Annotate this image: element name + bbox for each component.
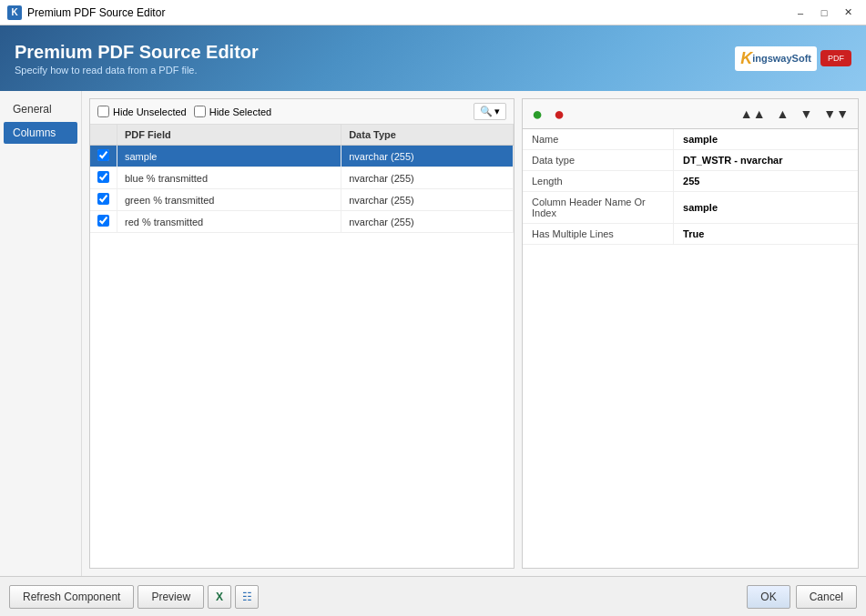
move-down-button[interactable]: ▼ — [796, 105, 816, 123]
row-checkbox[interactable] — [97, 149, 109, 161]
row-field: blue % transmitted — [117, 167, 341, 189]
row-data-type: nvarchar (255) — [341, 167, 514, 189]
excel-icon-button[interactable]: X — [208, 585, 231, 609]
refresh-component-button[interactable]: Refresh Component — [9, 585, 134, 609]
preview-button[interactable]: Preview — [138, 585, 204, 609]
search-button[interactable]: 🔍 ▾ — [474, 103, 506, 120]
move-top-button[interactable]: ▲▲ — [737, 105, 769, 123]
prop-row: Length 255 — [523, 171, 858, 192]
bottom-left: Refresh Component Preview X ☷ — [9, 585, 747, 609]
prop-label: Data type — [523, 150, 674, 171]
hide-unselected-label[interactable]: Hide Unselected — [97, 106, 187, 117]
prop-value: True — [674, 224, 858, 245]
table-toolbar: Hide Unselected Hide Selected 🔍 ▾ — [90, 99, 514, 125]
title-bar-text: Premium PDF Source Editor — [27, 6, 790, 19]
row-data-type: nvarchar (255) — [341, 211, 514, 233]
ok-button[interactable]: OK — [747, 585, 790, 609]
header: Premium PDF Source Editor Specify how to… — [0, 25, 866, 91]
grid-icon-button[interactable]: ☷ — [235, 585, 259, 609]
search-dropdown-icon: ▾ — [494, 106, 500, 117]
row-check-cell[interactable] — [90, 167, 117, 189]
row-field: green % transmitted — [117, 189, 341, 211]
prop-row: Column Header Name Or Index sample — [523, 192, 858, 224]
hide-selected-checkbox[interactable] — [194, 106, 206, 117]
col-data-type: Data Type — [341, 125, 514, 146]
header-left: Premium PDF Source Editor Specify how to… — [15, 42, 259, 76]
cancel-button[interactable]: Cancel — [796, 585, 857, 609]
content-area: Hide Unselected Hide Selected 🔍 ▾ — [82, 91, 866, 576]
excel-icon: X — [216, 591, 223, 603]
title-bar-controls: – □ ✕ — [790, 5, 859, 21]
title-bar: K Premium PDF Source Editor – □ ✕ — [0, 0, 866, 25]
kingsway-logo: K ingswaySoft — [735, 46, 817, 71]
row-check-cell[interactable] — [90, 146, 117, 167]
row-check-cell[interactable] — [90, 189, 117, 211]
maximize-button[interactable]: □ — [813, 5, 835, 21]
search-icon: 🔍 — [480, 106, 493, 117]
col-check — [90, 125, 117, 146]
row-data-type: nvarchar (255) — [341, 189, 514, 211]
props-toolbar: ● ● ▲▲ ▲ ▼ ▼▼ — [522, 98, 859, 128]
sidebar: General Columns — [0, 91, 82, 576]
move-bottom-button[interactable]: ▼▼ — [820, 105, 852, 123]
table-panel: Hide Unselected Hide Selected 🔍 ▾ — [89, 98, 515, 569]
prop-label: Length — [523, 171, 674, 192]
prop-value: 255 — [674, 171, 858, 192]
move-up-button[interactable]: ▲ — [773, 105, 793, 123]
pdf-badge: PDF — [820, 50, 851, 66]
row-checkbox[interactable] — [97, 171, 109, 183]
sidebar-item-general[interactable]: General — [4, 98, 77, 120]
header-title: Premium PDF Source Editor — [15, 42, 259, 63]
main-area: General Columns Hide Unselected Hide Sel… — [0, 91, 866, 576]
table-scroll: PDF Field Data Type sample nvarchar (255… — [90, 125, 514, 568]
bottom-right: OK Cancel — [747, 585, 857, 609]
bottom-bar: Refresh Component Preview X ☷ OK Cancel — [0, 576, 866, 616]
close-button[interactable]: ✕ — [837, 5, 859, 21]
row-checkbox[interactable] — [97, 215, 109, 227]
col-pdf-field: PDF Field — [117, 125, 341, 146]
prop-value: sample — [674, 192, 858, 224]
table-row[interactable]: sample nvarchar (255) — [90, 146, 514, 167]
grid-icon: ☷ — [242, 591, 252, 603]
row-checkbox[interactable] — [97, 193, 109, 205]
prop-label: Has Multiple Lines — [523, 224, 674, 245]
prop-label: Column Header Name Or Index — [523, 192, 674, 224]
app-icon: K — [7, 5, 22, 20]
hide-selected-label[interactable]: Hide Selected — [194, 106, 272, 117]
row-data-type: nvarchar (255) — [341, 146, 514, 167]
remove-column-button[interactable]: ● — [550, 103, 568, 125]
props-panel: ● ● ▲▲ ▲ ▼ ▼▼ Name sample Data type DT_W… — [522, 98, 859, 569]
prop-row: Data type DT_WSTR - nvarchar — [523, 150, 858, 171]
sidebar-item-columns[interactable]: Columns — [4, 122, 77, 144]
prop-label: Name — [523, 129, 674, 150]
prop-row: Has Multiple Lines True — [523, 224, 858, 245]
hide-unselected-checkbox[interactable] — [97, 106, 109, 117]
row-field: red % transmitted — [117, 211, 341, 233]
header-subtitle: Specify how to read data from a PDF file… — [15, 65, 259, 76]
toolbar-search: 🔍 ▾ — [474, 103, 506, 120]
minimize-button[interactable]: – — [790, 5, 811, 21]
table-row[interactable]: blue % transmitted nvarchar (255) — [90, 167, 514, 189]
data-table: PDF Field Data Type sample nvarchar (255… — [90, 125, 514, 233]
prop-value: sample — [674, 129, 858, 150]
add-column-button[interactable]: ● — [528, 103, 546, 125]
logo-text: ingswaySoft — [752, 53, 811, 64]
table-row[interactable]: green % transmitted nvarchar (255) — [90, 189, 514, 211]
prop-row: Name sample — [523, 129, 858, 150]
props-table-wrap: Name sample Data type DT_WSTR - nvarchar… — [522, 128, 859, 569]
row-check-cell[interactable] — [90, 211, 117, 233]
table-row[interactable]: red % transmitted nvarchar (255) — [90, 211, 514, 233]
header-logo: K ingswaySoft PDF — [735, 46, 851, 71]
logo-k: K — [740, 49, 752, 68]
prop-value: DT_WSTR - nvarchar — [674, 150, 858, 171]
row-field: sample — [117, 146, 341, 167]
props-table: Name sample Data type DT_WSTR - nvarchar… — [523, 129, 858, 245]
